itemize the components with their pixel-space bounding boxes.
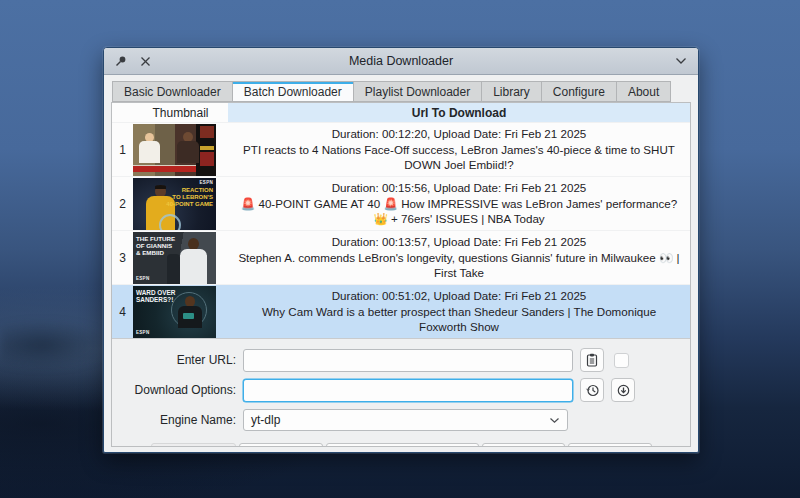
thumbnail-ward-sanders: WARD OVERSANDERS?! ESPN	[133, 286, 216, 338]
monitor-clipboard-checkbox[interactable]	[614, 353, 629, 368]
row-number: 1	[112, 123, 133, 176]
thumbnail-giannis-embiid: THE FUTUREOF GIANNIS& EMBIID ESPN	[133, 232, 216, 284]
engine-name-label: Engine Name:	[112, 413, 236, 427]
download-form: Enter URL: Download Options: Engine Name…	[112, 339, 690, 447]
video-title: 🚨 40-POINT GAME AT 40 🚨 How IMPRESSIVE w…	[238, 196, 680, 227]
tab-bar: Basic Downloader Batch Downloader Playli…	[112, 81, 698, 102]
video-title: Why Cam Ward is a better prospect than S…	[238, 304, 680, 335]
table-row-1[interactable]: 1 Duration: 00:12:20, Upload Date: Fri F…	[112, 122, 690, 176]
video-title: PTI reacts to 4 Nations Face-Off success…	[238, 142, 680, 173]
history-button[interactable]	[580, 378, 604, 402]
action-button-row: Cancel Download Add Url To List Options …	[112, 443, 690, 447]
header-corner	[112, 103, 133, 122]
tab-playlist-downloader[interactable]: Playlist Downloader	[354, 81, 481, 102]
download-options-input[interactable]	[243, 379, 573, 402]
media-downloader-window: Media Downloader Basic Downloader Batch …	[103, 47, 699, 453]
enter-url-label: Enter URL:	[112, 353, 236, 367]
titlebar[interactable]: Media Downloader	[104, 48, 698, 75]
video-info: Duration: 00:15:56, Upload Date: Fri Feb…	[228, 177, 690, 230]
video-info: Duration: 00:51:02, Upload Date: Fri Feb…	[228, 285, 690, 338]
video-meta: Duration: 00:15:56, Upload Date: Fri Feb…	[332, 180, 587, 196]
video-title: Stephen A. commends LeBron's longevity, …	[238, 250, 680, 281]
add-url-to-list-button[interactable]: Add Url To List	[326, 443, 479, 447]
thumbnail-lebron-reaction: ESPN REACTIONTO LEBRON'S40-POINT GAME	[133, 178, 216, 230]
row-number: 4	[112, 285, 133, 338]
table-header: Thumbnail Url To Download	[112, 103, 690, 122]
cancel-button[interactable]: Cancel	[151, 443, 236, 447]
video-meta: Duration: 00:51:02, Upload Date: Fri Feb…	[332, 288, 587, 304]
tab-about[interactable]: About	[616, 81, 671, 102]
table-row-2[interactable]: 2 ESPN REACTIONTO LEBRON'S40-POINT GAME …	[112, 176, 690, 230]
table-row-4-selected[interactable]: 4 WARD OVERSANDERS?! ESPN Duration: 00:5…	[112, 284, 690, 338]
download-list-table[interactable]: Thumbnail Url To Download 1 Duration: 00…	[112, 103, 690, 339]
video-info: Duration: 00:13:57, Upload Date: Fri Feb…	[228, 231, 690, 284]
video-meta: Duration: 00:13:57, Upload Date: Fri Feb…	[332, 234, 587, 250]
video-meta: Duration: 00:12:20, Upload Date: Fri Feb…	[332, 126, 587, 142]
tab-library[interactable]: Library	[481, 81, 541, 102]
column-header-url[interactable]: Url To Download	[228, 103, 690, 122]
row-number: 2	[112, 177, 133, 230]
window-title: Media Downloader	[104, 54, 698, 68]
batch-downloader-page: Thumbnail Url To Download 1 Duration: 00…	[111, 102, 691, 447]
column-header-thumbnail[interactable]: Thumbnail	[133, 103, 228, 122]
paste-clipboard-button[interactable]	[580, 348, 604, 372]
download-button[interactable]: Download	[239, 443, 323, 447]
video-info: Duration: 00:12:20, Upload Date: Fri Feb…	[228, 123, 690, 176]
engine-select[interactable]: yt-dlp	[243, 409, 568, 431]
engine-selected-value: yt-dlp	[251, 413, 280, 427]
tab-batch-downloader[interactable]: Batch Downloader	[232, 81, 354, 102]
download-options-label: Download Options:	[112, 383, 236, 397]
thumbnail-pti-hosts	[133, 124, 216, 176]
combo-chevron-down-icon	[549, 413, 560, 427]
download-options-menu-button[interactable]	[611, 378, 635, 402]
row-number: 3	[112, 231, 133, 284]
tab-basic-downloader[interactable]: Basic Downloader	[112, 81, 232, 102]
tab-configure[interactable]: Configure	[541, 81, 616, 102]
options-menu-button[interactable]: Options	[482, 443, 565, 447]
quit-button[interactable]: Quit	[568, 443, 652, 447]
url-input[interactable]	[243, 349, 573, 372]
table-row-3[interactable]: 3 THE FUTUREOF GIANNIS& EMBIID ESPN Dura…	[112, 230, 690, 284]
